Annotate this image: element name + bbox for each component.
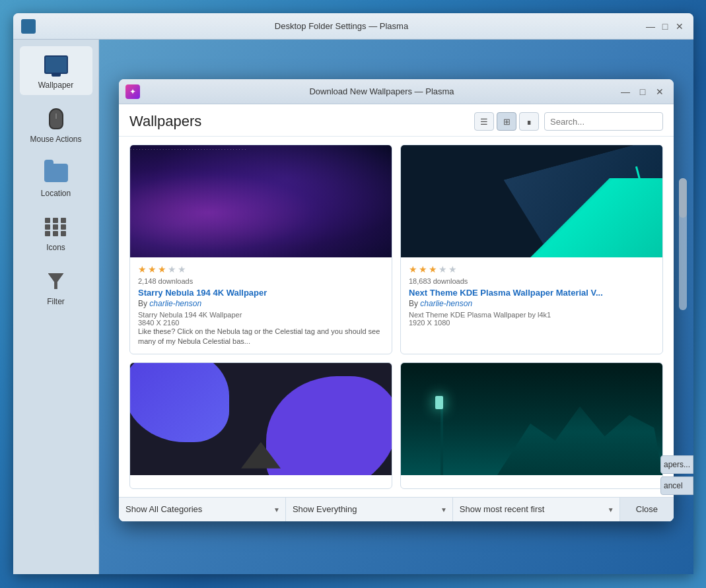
wallpaper-card-3[interactable] xyxy=(129,362,392,489)
large-grid-icon: ∎ xyxy=(526,117,532,127)
downloads-count-1: 2,148 downloads xyxy=(138,277,384,285)
filter-icon-container xyxy=(43,268,69,294)
wallpaper-card-2[interactable]: ★ ★ ★ ★ ★ 18,683 downloads Next Theme KD… xyxy=(400,145,663,354)
dialog-heading: Wallpapers xyxy=(129,113,474,130)
view-controls: ☰ ⊞ ∎ xyxy=(474,112,539,131)
minimize-button[interactable]: — xyxy=(645,20,656,32)
category-select-wrapper: Show All Categories ▼ xyxy=(119,498,286,521)
scrollbar-thumb[interactable] xyxy=(679,178,687,218)
get-wallpapers-button[interactable]: apers... xyxy=(660,455,693,474)
wallpaper-card-4[interactable] xyxy=(400,362,663,489)
material-preview-image xyxy=(401,145,662,257)
downloads-count-2: 18,683 downloads xyxy=(409,277,654,285)
mouse-icon-container xyxy=(43,106,69,132)
wallpaper-preview-3 xyxy=(130,363,392,475)
scrollbar-track xyxy=(679,178,687,310)
star-1: ★ xyxy=(138,264,147,275)
dialog-footer-close-button[interactable]: Close xyxy=(619,498,674,521)
location-icon-container xyxy=(43,160,69,186)
stars-row-1: ★ ★ ★ ★ ★ xyxy=(138,264,384,275)
sidebar-item-label: Filter xyxy=(47,297,65,306)
wallpaper-info-3 xyxy=(130,475,392,488)
filter-select-wrapper: Show Everything ▼ xyxy=(286,498,453,521)
sidebar-item-filter[interactable]: Filter xyxy=(20,263,92,311)
search-input[interactable] xyxy=(544,112,663,131)
desktop-content: Wallpaper Mouse Actions Location xyxy=(13,40,693,574)
view-large-grid-button[interactable]: ∎ xyxy=(519,112,539,131)
author-name-2: charlie-henson xyxy=(420,299,472,308)
list-detail-icon: ☰ xyxy=(480,117,488,127)
star-3: ★ xyxy=(158,264,166,275)
dialog-controls: — □ ✕ xyxy=(618,84,667,99)
wallpaper-info-1: ★ ★ ★ ★ ★ 2,148 downloads Starry Nebula … xyxy=(130,257,392,354)
author-name-1: charlie-henson xyxy=(149,299,201,308)
wallpaper-dims-2: Next Theme KDE Plasma Wallpaper by l4k1 xyxy=(409,311,654,319)
wallpaper-preview-2 xyxy=(401,145,662,257)
folder-shape xyxy=(44,164,68,182)
wallpaper-icon xyxy=(43,51,69,78)
star-5: ★ xyxy=(448,264,457,275)
maximize-button[interactable]: □ xyxy=(659,20,671,32)
star-3: ★ xyxy=(429,264,437,275)
sort-select-wrapper: Show most recent first ▼ xyxy=(453,498,619,521)
desktop-titlebar: Desktop Folder Settings — Plasma — □ ✕ xyxy=(13,13,693,40)
sort-select[interactable]: Show most recent first xyxy=(453,498,619,521)
wallpaper-title-1[interactable]: Starry Nebula 194 4K Wallpaper xyxy=(138,288,384,298)
main-area: ✦ Download New Wallpapers — Plasma — □ ✕… xyxy=(99,40,693,574)
blob-shape-2 xyxy=(266,376,392,475)
monitor-shape xyxy=(44,55,68,74)
wallpaper-info-2: ★ ★ ★ ★ ★ 18,683 downloads Next Theme KD… xyxy=(401,257,662,333)
dialog-close-icon-button[interactable]: ✕ xyxy=(653,84,667,99)
download-dialog: ✦ Download New Wallpapers — Plasma — □ ✕… xyxy=(119,79,674,521)
sidebar-item-label: Mouse Actions xyxy=(30,135,81,144)
dialog-overlay: ✦ Download New Wallpapers — Plasma — □ ✕… xyxy=(99,40,693,574)
wallpaper-size-2: 1920 X 1080 xyxy=(409,319,654,327)
star-5: ★ xyxy=(178,264,186,275)
sidebar-item-label: Icons xyxy=(46,243,65,252)
sidebar-item-icons[interactable]: Icons xyxy=(20,209,92,257)
wallpaper-author-2: By charlie-henson xyxy=(409,299,654,308)
dialog-titlebar: ✦ Download New Wallpapers — Plasma — □ ✕ xyxy=(119,79,674,104)
blob-preview-image xyxy=(130,363,392,475)
wallpaper-title-2[interactable]: Next Theme KDE Plasma Wallpaper Material… xyxy=(409,288,654,298)
dialog-header: Wallpapers ☰ ⊞ ∎ xyxy=(119,104,674,137)
dialog-minimize-button[interactable]: — xyxy=(618,84,633,99)
desktop-title: Desktop Folder Settings — Plasma xyxy=(41,21,642,31)
dialog-maximize-button[interactable]: □ xyxy=(635,84,650,99)
star-2: ★ xyxy=(419,264,427,275)
blob-shape-1 xyxy=(130,363,229,442)
sidebar-item-label: Wallpaper xyxy=(38,81,74,90)
wallpaper-info-4 xyxy=(401,475,662,488)
desktop-window: Desktop Folder Settings — Plasma — □ ✕ W… xyxy=(13,13,693,574)
filter-shape xyxy=(48,273,64,289)
icons-grid-shape xyxy=(45,218,67,236)
sidebar-item-label: Location xyxy=(41,189,71,198)
sidebar-item-wallpaper[interactable]: Wallpaper xyxy=(20,46,92,95)
wallpaper-card-1[interactable]: ★ ★ ★ ★ ★ 2,148 downloads Starry Nebula … xyxy=(129,145,392,354)
star-4: ★ xyxy=(439,264,447,275)
dialog-content: Wallpapers ☰ ⊞ ∎ xyxy=(119,104,674,521)
wallpaper-dims-1: Starry Nebula 194 4K Wallpaper xyxy=(138,311,384,319)
nebula-preview-image xyxy=(130,145,392,257)
wallpaper-author-1: By charlie-henson xyxy=(138,299,384,308)
grid-icon: ⊞ xyxy=(503,117,511,127)
sidebar-item-mouse-actions[interactable]: Mouse Actions xyxy=(20,100,92,149)
view-grid-button[interactable]: ⊞ xyxy=(497,112,516,131)
category-select[interactable]: Show All Categories xyxy=(119,498,285,521)
view-list-detail-button[interactable]: ☰ xyxy=(474,112,494,131)
star-1: ★ xyxy=(409,264,417,275)
dialog-title: Download New Wallpapers — Plasma xyxy=(145,86,618,96)
material-accent-line xyxy=(635,166,661,256)
wallpaper-size-1: 3840 X 2160 xyxy=(138,319,384,327)
wallpaper-preview-4 xyxy=(401,363,662,475)
night-preview-image xyxy=(401,363,662,475)
wallpaper-preview-1 xyxy=(130,145,392,257)
cancel-button[interactable]: ancel xyxy=(660,476,693,495)
wallpaper-note-1: Like these? Click on the Nebula tag or t… xyxy=(138,327,384,347)
dialog-footer: Show All Categories ▼ Show Everything ▼ xyxy=(119,497,674,521)
close-button[interactable]: ✕ xyxy=(674,20,686,32)
sidebar-item-location[interactable]: Location xyxy=(20,154,92,203)
night-lamp xyxy=(441,396,443,475)
filter-select[interactable]: Show Everything xyxy=(286,498,452,521)
star-2: ★ xyxy=(148,264,157,275)
